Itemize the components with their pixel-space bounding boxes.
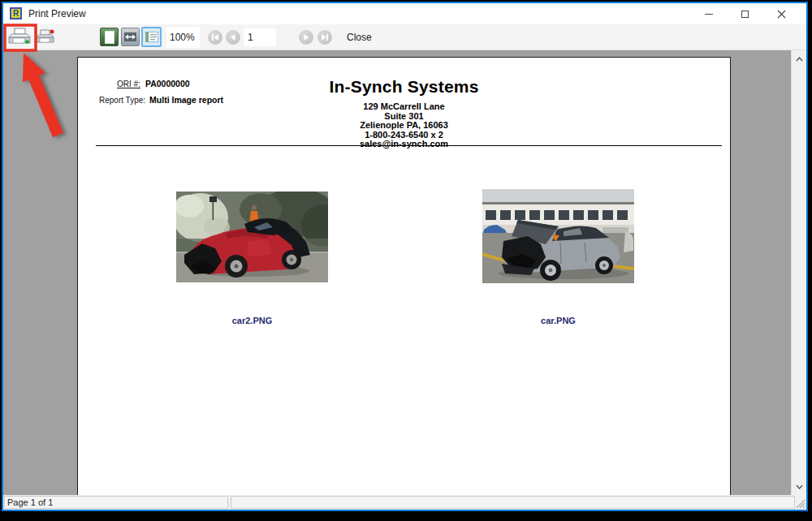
previous-page-button[interactable] — [226, 30, 240, 45]
printer-icon — [8, 28, 31, 46]
header-divider — [96, 145, 722, 146]
title-bar: R Print Preview — [3, 3, 806, 24]
report-page: ORI #: PA0000000 Report Type: Multi Imag… — [77, 57, 731, 495]
print-preview-window: R Print Preview — [2, 2, 808, 511]
address-line: 129 McCarrell Lane — [78, 102, 730, 112]
car-photo — [482, 189, 634, 283]
first-page-icon — [211, 34, 219, 41]
status-panel-secondary — [231, 496, 795, 509]
whole-page-icon — [105, 31, 114, 44]
resize-grip-icon[interactable] — [795, 498, 806, 509]
close-window-button[interactable] — [763, 3, 800, 24]
next-page-button[interactable] — [299, 30, 313, 45]
print-setup-button[interactable] — [35, 28, 56, 47]
minimize-icon — [705, 14, 713, 15]
report-image-car — [482, 189, 634, 283]
toolbar: 100% Close — [3, 24, 806, 50]
image-caption-car2: car2.PNG — [176, 316, 328, 325]
status-bar: Page 1 of 1 — [3, 495, 806, 510]
whole-page-view-button[interactable] — [100, 28, 119, 46]
previous-page-icon — [230, 34, 236, 41]
maximize-icon — [741, 11, 749, 18]
close-preview-button[interactable]: Close — [339, 27, 380, 48]
maximize-button[interactable] — [727, 3, 763, 24]
app-icon: R — [10, 7, 22, 19]
scroll-down-button[interactable] — [792, 480, 806, 493]
scroll-down-icon — [796, 484, 803, 489]
fit-to-window-button[interactable] — [121, 28, 140, 46]
scroll-up-icon — [796, 57, 803, 62]
window-controls — [690, 3, 800, 24]
image-caption-car: car.PNG — [482, 316, 634, 325]
last-page-button[interactable] — [317, 30, 332, 45]
actual-size-view-button[interactable] — [141, 27, 162, 47]
printer-settings-icon — [36, 28, 55, 45]
screenshot-frame: R Print Preview — [0, 0, 812, 521]
minimize-button[interactable] — [690, 3, 727, 24]
zoom-level[interactable]: 100% — [166, 27, 200, 48]
next-page-icon — [303, 34, 309, 41]
app-icon-letter: R — [13, 10, 19, 18]
page-status: Page 1 of 1 — [4, 496, 228, 509]
preview-area: ORI #: PA0000000 Report Type: Multi Imag… — [3, 50, 806, 495]
car2-photo — [176, 192, 328, 282]
company-address: 129 McCarrell Lane Suite 301 Zelienople … — [78, 102, 730, 149]
actual-size-icon — [145, 32, 158, 42]
vertical-scrollbar[interactable] — [791, 50, 806, 495]
fit-to-window-icon — [123, 32, 137, 42]
print-button[interactable] — [7, 28, 32, 47]
company-name: In-Synch Systems — [78, 77, 730, 97]
scroll-up-button[interactable] — [792, 52, 806, 66]
last-page-icon — [321, 34, 329, 41]
report-image-car2 — [176, 192, 328, 282]
window-title: Print Preview — [28, 3, 86, 24]
first-page-button[interactable] — [208, 30, 222, 45]
close-icon — [777, 10, 786, 19]
page-number-input[interactable] — [244, 28, 276, 46]
